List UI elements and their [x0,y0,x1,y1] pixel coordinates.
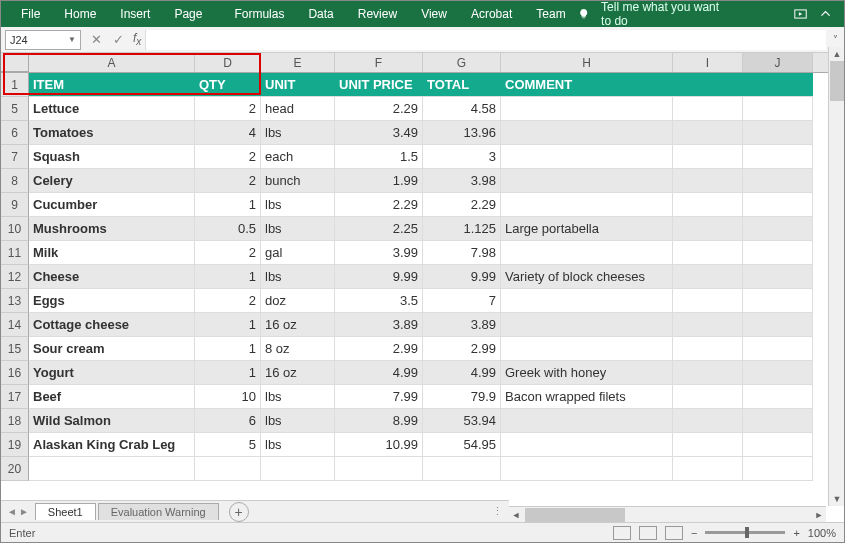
cell-I10[interactable] [673,217,743,241]
cell-header-qty[interactable]: QTY [195,73,261,97]
cell-price-5[interactable]: 2.29 [335,97,423,121]
cell-comment-9[interactable] [501,193,673,217]
cell-unit-18[interactable]: lbs [261,409,335,433]
row-header-8[interactable]: 8 [1,169,29,193]
cell-qty-12[interactable]: 1 [195,265,261,289]
cell-unit-12[interactable]: lbs [261,265,335,289]
cell-qty-8[interactable]: 2 [195,169,261,193]
cell-price-9[interactable]: 2.29 [335,193,423,217]
cell-item-6[interactable]: Tomatoes [29,121,195,145]
row-header-10[interactable]: 10 [1,217,29,241]
collapse-ribbon-icon[interactable] [819,6,832,22]
cell-price-15[interactable]: 2.99 [335,337,423,361]
cell-header-unit[interactable]: UNIT [261,73,335,97]
cell-price-10[interactable]: 2.25 [335,217,423,241]
cell-qty-17[interactable]: 10 [195,385,261,409]
vscroll-thumb[interactable] [830,61,844,101]
cell-I15[interactable] [673,337,743,361]
row-header-13[interactable]: 13 [1,289,29,313]
cell-I20[interactable] [673,457,743,481]
cell-item-17[interactable]: Beef [29,385,195,409]
cell-unit-9[interactable]: lbs [261,193,335,217]
scroll-down-icon[interactable]: ▼ [830,492,844,506]
cell-item-14[interactable]: Cottage cheese [29,313,195,337]
cell-unit-16[interactable]: 16 oz [261,361,335,385]
cell-price-13[interactable]: 3.5 [335,289,423,313]
cell-total-12[interactable]: 9.99 [423,265,501,289]
cell-J15[interactable] [743,337,813,361]
cell-item-10[interactable]: Mushrooms [29,217,195,241]
cell-J7[interactable] [743,145,813,169]
cell-I14[interactable] [673,313,743,337]
cell-qty-15[interactable]: 1 [195,337,261,361]
cell-total-8[interactable]: 3.98 [423,169,501,193]
scroll-up-icon[interactable]: ▲ [830,47,844,61]
view-layout-button[interactable] [639,526,657,540]
cell-J9[interactable] [743,193,813,217]
column-header-I[interactable]: I [673,53,743,72]
ribbon-tab-view[interactable]: View [409,1,459,27]
hscroll-thumb[interactable] [525,508,625,522]
cell-total-19[interactable]: 54.95 [423,433,501,457]
ribbon-tab-file[interactable]: File [9,1,52,27]
cell-price-11[interactable]: 3.99 [335,241,423,265]
cell-I9[interactable] [673,193,743,217]
cell-I1[interactable] [673,73,743,97]
cell-A20[interactable] [29,457,195,481]
cell-total-15[interactable]: 2.99 [423,337,501,361]
cell-qty-16[interactable]: 1 [195,361,261,385]
zoom-in-button[interactable]: + [793,527,799,539]
cell-E20[interactable] [261,457,335,481]
cell-price-17[interactable]: 7.99 [335,385,423,409]
cell-D20[interactable] [195,457,261,481]
cell-I12[interactable] [673,265,743,289]
cell-comment-12[interactable]: Variety of block cheeses [501,265,673,289]
cell-unit-10[interactable]: lbs [261,217,335,241]
cell-J1[interactable] [743,73,813,97]
add-sheet-button[interactable]: + [229,502,249,522]
cell-unit-5[interactable]: head [261,97,335,121]
cell-header-total[interactable]: TOTAL [423,73,501,97]
fx-icon[interactable]: fx [129,31,145,47]
cell-price-8[interactable]: 1.99 [335,169,423,193]
cell-total-18[interactable]: 53.94 [423,409,501,433]
cell-total-9[interactable]: 2.29 [423,193,501,217]
ribbon-tab-page-layout[interactable]: Page Layout [162,1,222,27]
row-header-18[interactable]: 18 [1,409,29,433]
sheet-nav[interactable]: ◄ ► [1,506,35,517]
select-all-corner[interactable] [1,53,29,72]
row-header-19[interactable]: 19 [1,433,29,457]
view-break-button[interactable] [665,526,683,540]
cell-I13[interactable] [673,289,743,313]
cell-I5[interactable] [673,97,743,121]
cell-total-17[interactable]: 79.9 [423,385,501,409]
row-header-15[interactable]: 15 [1,337,29,361]
cell-unit-17[interactable]: lbs [261,385,335,409]
cell-comment-6[interactable] [501,121,673,145]
cell-I8[interactable] [673,169,743,193]
horizontal-scrollbar[interactable]: ◄ ► [509,506,826,522]
cell-item-13[interactable]: Eggs [29,289,195,313]
cell-qty-18[interactable]: 6 [195,409,261,433]
row-header-16[interactable]: 16 [1,361,29,385]
cell-J10[interactable] [743,217,813,241]
spreadsheet-grid[interactable]: ADEFGHIJ 1ITEMQTYUNITUNIT PRICETOTALCOMM… [1,53,844,509]
cell-comment-8[interactable] [501,169,673,193]
cell-I19[interactable] [673,433,743,457]
cell-unit-14[interactable]: 16 oz [261,313,335,337]
cell-J5[interactable] [743,97,813,121]
sheet-tab-other[interactable]: Evaluation Warning [98,503,219,520]
sheet-tab-active[interactable]: Sheet1 [35,503,96,520]
cell-qty-13[interactable]: 2 [195,289,261,313]
vertical-scrollbar[interactable]: ▲ ▼ [828,47,844,506]
cell-item-19[interactable]: Alaskan King Crab Leg [29,433,195,457]
cell-item-9[interactable]: Cucumber [29,193,195,217]
cell-price-18[interactable]: 8.99 [335,409,423,433]
cell-price-14[interactable]: 3.89 [335,313,423,337]
cell-qty-9[interactable]: 1 [195,193,261,217]
row-header-9[interactable]: 9 [1,193,29,217]
cell-J8[interactable] [743,169,813,193]
scroll-right-icon[interactable]: ► [812,508,826,522]
cell-unit-7[interactable]: each [261,145,335,169]
column-header-F[interactable]: F [335,53,423,72]
